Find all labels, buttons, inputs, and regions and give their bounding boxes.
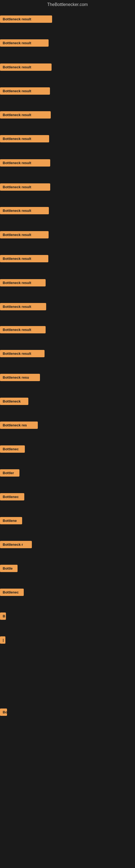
bottleneck-result-item: Bottleneck result xyxy=(0,303,46,310)
bottleneck-result-item: Bottleneck result xyxy=(0,231,49,239)
bottleneck-result-item: Bo xyxy=(0,709,7,716)
bottleneck-result-item: Bottlenec xyxy=(0,445,25,453)
bottleneck-result-item: Bottler xyxy=(0,469,19,476)
bottleneck-result-item: B xyxy=(0,613,6,620)
bottleneck-result-item: Bottleneck result xyxy=(0,207,49,214)
bottleneck-result-item: Bottleneck result xyxy=(0,135,49,143)
bottleneck-result-item: Bottlene xyxy=(0,517,22,524)
bottleneck-result-item: Bottleneck result xyxy=(0,183,50,191)
bottleneck-result-item: Bottleneck r xyxy=(0,541,32,548)
bottleneck-result-item: Bottleneck xyxy=(0,398,28,405)
bottleneck-result-item: Bottleneck result xyxy=(0,63,52,71)
bottleneck-result-item: | xyxy=(0,637,5,644)
bottleneck-result-item: Bottleneck result xyxy=(0,255,48,262)
bottleneck-result-item: Bottleneck result xyxy=(0,39,49,46)
bottleneck-result-item: Bottleneck result xyxy=(0,111,51,119)
site-title: TheBottlenecker.com xyxy=(0,0,135,9)
bottleneck-result-item: Bottleneck result xyxy=(0,87,50,95)
bottleneck-result-item: Bottleneck result xyxy=(0,279,46,286)
bottleneck-result-item: Bottleneck resu xyxy=(0,374,40,381)
bottleneck-result-item: Bottle xyxy=(0,565,17,572)
bottleneck-result-item: Bottleneck res xyxy=(0,422,38,429)
bottleneck-result-item: Bottleneck result xyxy=(0,326,46,333)
bottleneck-result-item: Bottleneck result xyxy=(0,159,50,166)
bottleneck-result-item: Bottlenec xyxy=(0,589,24,596)
bottleneck-result-item: Bottlenec xyxy=(0,493,24,500)
bottleneck-result-item: Bottleneck result xyxy=(0,16,52,23)
bottleneck-result-item: Bottleneck result xyxy=(0,350,45,357)
